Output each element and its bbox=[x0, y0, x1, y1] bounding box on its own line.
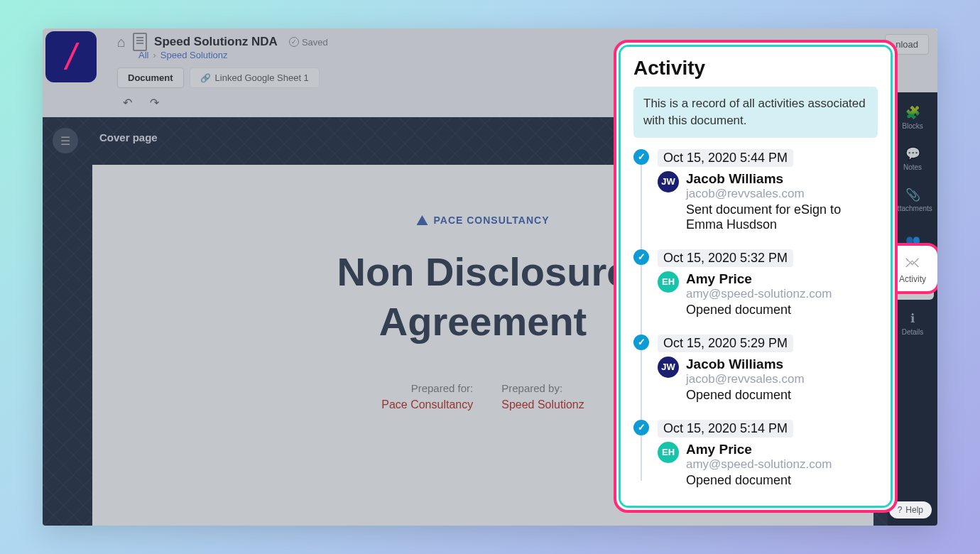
activity-user-name: Amy Price bbox=[686, 442, 878, 457]
activity-date: Oct 15, 2020 5:32 PM bbox=[658, 249, 793, 267]
activity-user-email: jacob@revvsales.com bbox=[686, 372, 878, 386]
home-icon[interactable]: ⌂ bbox=[117, 34, 126, 50]
breadcrumb-folder[interactable]: Speed Solutionz bbox=[160, 50, 228, 60]
rail-attachments[interactable]: 📎Attachments bbox=[891, 182, 934, 217]
check-icon: ✓ bbox=[289, 37, 299, 47]
app-logo: / bbox=[45, 31, 97, 82]
avatar: EH bbox=[658, 271, 679, 293]
note-icon: 💬 bbox=[905, 146, 920, 161]
help-icon: ? bbox=[898, 505, 903, 515]
link-icon: 🔗 bbox=[200, 73, 211, 83]
rail-blocks[interactable]: 🧩Blocks bbox=[891, 99, 934, 135]
outline-toggle-button[interactable]: ☰ bbox=[53, 128, 78, 153]
rail-notes[interactable]: 💬Notes bbox=[891, 141, 934, 176]
activity-user-email: amy@speed-solutionz.com bbox=[686, 457, 878, 472]
info-icon: ℹ bbox=[910, 311, 915, 326]
avatar: JW bbox=[658, 357, 679, 378]
tab-linked-label: Linked Google Sheet 1 bbox=[215, 72, 309, 83]
prepared-by-value: Speed Solutionz bbox=[501, 398, 584, 411]
activity-tab-label: Activity bbox=[899, 274, 926, 284]
document-title: Speed Solutionz NDA bbox=[154, 35, 278, 49]
activity-item: ✓Oct 15, 2020 5:29 PMJWJacob Williamsjac… bbox=[658, 335, 878, 403]
prepared-for-label: Prepared for: bbox=[381, 382, 473, 394]
redo-button[interactable]: ↷ bbox=[144, 92, 164, 112]
check-badge-icon: ✓ bbox=[633, 335, 649, 350]
puzzle-icon: 🧩 bbox=[905, 105, 920, 120]
tab-linked-sheet[interactable]: 🔗 Linked Google Sheet 1 bbox=[190, 67, 320, 88]
avatar: EH bbox=[658, 442, 679, 463]
activity-user-email: amy@speed-solutionz.com bbox=[686, 287, 878, 301]
rail-details[interactable]: ℹDetails bbox=[891, 305, 934, 341]
brand-logo-icon bbox=[417, 215, 428, 225]
activity-item: ✓Oct 15, 2020 5:14 PMEHAmy Priceamy@spee… bbox=[658, 420, 878, 488]
chevron-right-icon: › bbox=[153, 50, 156, 60]
activity-list: ✓Oct 15, 2020 5:44 PMJWJacob Williamsjac… bbox=[633, 149, 878, 488]
activity-action: Opened document bbox=[686, 473, 878, 488]
activity-user-name: Amy Price bbox=[686, 271, 878, 287]
prepared-for-value: Pace Consultancy bbox=[381, 398, 473, 411]
activity-action: Opened document bbox=[686, 388, 878, 403]
history-toolbar: ↶ ↷ bbox=[117, 92, 164, 112]
activity-action: Opened document bbox=[686, 303, 878, 317]
undo-button[interactable]: ↶ bbox=[117, 92, 137, 112]
document-icon bbox=[133, 33, 147, 51]
activity-item: ✓Oct 15, 2020 5:32 PMEHAmy Priceamy@spee… bbox=[658, 249, 878, 317]
check-badge-icon: ✓ bbox=[633, 249, 649, 265]
breadcrumb-all[interactable]: All bbox=[138, 50, 148, 60]
saved-indicator: ✓ Saved bbox=[289, 37, 328, 48]
activity-panel-title: Activity bbox=[633, 57, 878, 80]
activity-user-name: Jacob Williams bbox=[686, 357, 878, 372]
activity-pulse-icon: ⩙ bbox=[905, 253, 920, 271]
activity-panel: Activity This is a record of all activit… bbox=[614, 40, 898, 513]
activity-action: Sent document for eSign to Emma Husdson bbox=[686, 202, 878, 232]
activity-description: This is a record of all activities assoc… bbox=[633, 87, 878, 138]
tab-document[interactable]: Document bbox=[117, 67, 184, 88]
avatar: JW bbox=[658, 171, 679, 192]
activity-date: Oct 15, 2020 5:29 PM bbox=[658, 335, 793, 352]
activity-user-email: jacob@revvsales.com bbox=[686, 187, 878, 201]
check-badge-icon: ✓ bbox=[633, 149, 649, 165]
activity-item: ✓Oct 15, 2020 5:44 PMJWJacob Williamsjac… bbox=[658, 149, 878, 232]
activity-date: Oct 15, 2020 5:14 PM bbox=[658, 420, 793, 438]
saved-label: Saved bbox=[302, 37, 328, 48]
activity-date: Oct 15, 2020 5:44 PM bbox=[658, 149, 793, 167]
brand-name: PACE CONSULTANCY bbox=[434, 214, 550, 226]
prepared-by-label: Prepared by: bbox=[501, 382, 584, 394]
paperclip-icon: 📎 bbox=[905, 188, 920, 202]
activity-user-name: Jacob Williams bbox=[686, 171, 878, 187]
check-badge-icon: ✓ bbox=[633, 420, 649, 435]
app-window: / ⌂ Speed Solutionz NDA ✓ Saved All › Sp… bbox=[43, 28, 937, 526]
